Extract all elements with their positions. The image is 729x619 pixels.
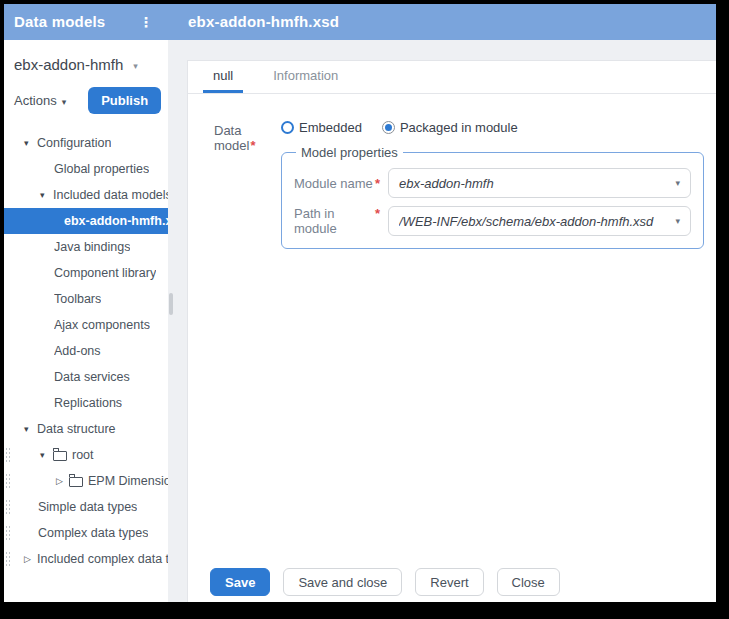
save-button[interactable]: Save [210,568,270,596]
radio-label: Packaged in module [400,120,518,135]
tree-item-global-properties[interactable]: Global properties [4,156,168,182]
tree-item-ebx-addon-hmfh-xsd[interactable]: ebx-addon-hmfh.xsd [4,208,168,234]
drag-grip-icon [5,551,11,567]
footer-button-bar: SaveSave and closeRevertClose [210,568,573,596]
tree-item-label: Global properties [54,162,149,176]
tree-item-label: Data services [54,370,130,384]
revert-button[interactable]: Revert [415,568,483,596]
chevron-down-icon: ▾ [133,61,138,71]
publish-button[interactable]: Publish [88,87,161,114]
tree-item-label: EPM Dimensions [ [88,474,168,488]
top-header-bar: Data models ⋮ ebx-addon-hmfh.xsd [4,4,716,40]
tree-item-label: Component library [54,266,156,280]
radio-selected-icon[interactable] [382,121,395,134]
data-model-form: Data model* EmbeddedPackaged in module M… [188,94,716,249]
tree-item-included-complex-data-types[interactable]: ▷Included complex data types [4,546,168,572]
data-model-row: Data model* EmbeddedPackaged in module M… [214,120,710,249]
tree-item-java-bindings[interactable]: Java bindings [4,234,168,260]
kebab-menu-icon[interactable]: ⋮ [136,4,156,40]
required-asterisk: * [250,138,255,153]
data-model-field-content: EmbeddedPackaged in module Model propert… [281,120,704,249]
field-label-text: Module name [294,176,373,191]
sidebar: ebx-addon-hmfh ▾ Actions ▾ Publish ▾Conf… [4,40,168,602]
radio-label: Embedded [299,120,362,135]
caret-right-icon[interactable]: ▷ [24,554,37,564]
data-model-label: Data model* [214,120,281,153]
main-panel: nullInformation Data model* EmbeddedPack… [187,60,716,602]
tree-item-data-structure[interactable]: ▾Data structure [4,416,168,442]
tree-item-replications[interactable]: Replications [4,390,168,416]
tree-item-label: Add-ons [54,344,101,358]
tree-item-label: Replications [54,396,122,410]
field-label: Path in module* [294,206,388,236]
combobox-value: /WEB-INF/ebx/schema/ebx-addon-hmfh.xsd [399,214,667,229]
field-row-path-in-module: Path in module*/WEB-INF/ebx/schema/ebx-a… [294,206,691,236]
tree-item-label: Data structure [37,422,116,436]
tree-item-epm-dimensions[interactable]: ▷EPM Dimensions [ [4,468,168,494]
required-asterisk: * [375,206,380,236]
drag-grip-icon [5,473,11,489]
radio-option-embedded[interactable]: Embedded [281,120,362,135]
radio-unselected-icon[interactable] [281,121,294,134]
combobox-value: ebx-addon-hmfh [399,176,667,191]
model-selector-dropdown[interactable]: ebx-addon-hmfh ▾ [14,56,168,73]
tab-information[interactable]: Information [263,61,348,93]
tree-item-configuration[interactable]: ▾Configuration [4,130,168,156]
caret-down-icon[interactable]: ▾ [24,138,37,148]
navigation-tree: ▾ConfigurationGlobal properties▾Included… [4,130,168,572]
caret-down-icon[interactable]: ▾ [40,190,53,200]
tree-item-data-services[interactable]: Data services [4,364,168,390]
field-label-text: Path in module [294,206,374,236]
tree-item-component-library[interactable]: Component library [4,260,168,286]
chevron-down-icon: ▾ [62,97,67,107]
radio-group: EmbeddedPackaged in module [281,120,704,135]
drag-grip-icon [5,447,11,463]
radio-option-packaged-in-module[interactable]: Packaged in module [382,120,518,135]
actions-row: Actions ▾ Publish [14,87,168,114]
folder-icon [69,477,83,487]
tree-item-label: root [72,448,94,462]
tab-bar: nullInformation [188,61,716,94]
caret-right-icon[interactable]: ▷ [56,476,69,486]
app-window: Data models ⋮ ebx-addon-hmfh.xsd ebx-add… [4,4,716,602]
close-button[interactable]: Close [497,568,560,596]
tree-item-label: ebx-addon-hmfh.xsd [64,214,168,228]
tree-item-root[interactable]: ▾root [4,442,168,468]
tree-item-toolbars[interactable]: Toolbars [4,286,168,312]
tree-item-label: Configuration [37,136,111,150]
tree-item-label: Included complex data types [37,552,168,566]
sidebar-scrollbar[interactable] [169,293,173,315]
page-title: ebx-addon-hmfh.xsd [188,4,339,40]
tree-item-label: Complex data types [38,526,148,540]
tree-item-complex-data-types[interactable]: Complex data types [4,520,168,546]
model-selector-label: ebx-addon-hmfh [14,56,123,73]
model-properties-fieldset: Model properties Module name*ebx-addon-h… [281,145,704,249]
field-row-module-name: Module name*ebx-addon-hmfh▾ [294,168,691,198]
tree-item-label: Java bindings [54,240,130,254]
drag-grip-icon [5,525,11,541]
required-asterisk: * [375,176,380,191]
save-and-close-button[interactable]: Save and close [283,568,402,596]
drag-grip-icon [5,499,11,515]
combobox-module-name[interactable]: ebx-addon-hmfh▾ [388,168,691,198]
actions-label: Actions [14,93,57,108]
actions-menu-button[interactable]: Actions ▾ [14,93,66,108]
chevron-down-icon: ▾ [675,216,680,226]
combobox-path-in-module[interactable]: /WEB-INF/ebx/schema/ebx-addon-hmfh.xsd▾ [388,206,691,236]
folder-icon [53,451,67,461]
tree-item-label: Toolbars [54,292,101,306]
tree-item-add-ons[interactable]: Add-ons [4,338,168,364]
tree-item-label: Included data models [53,188,168,202]
tree-item-label: Simple data types [38,500,137,514]
tab-null[interactable]: null [203,61,243,93]
caret-down-icon[interactable]: ▾ [24,424,37,434]
app-title: Data models [14,4,105,40]
tree-item-simple-data-types[interactable]: Simple data types [4,494,168,520]
tree-item-label: Ajax components [54,318,150,332]
tree-item-ajax-components[interactable]: Ajax components [4,312,168,338]
caret-down-icon[interactable]: ▾ [40,450,53,460]
tree-item-included-data-models[interactable]: ▾Included data models [4,182,168,208]
field-label: Module name* [294,176,388,191]
chevron-down-icon: ▾ [675,178,680,188]
model-properties-legend: Model properties [296,145,403,160]
